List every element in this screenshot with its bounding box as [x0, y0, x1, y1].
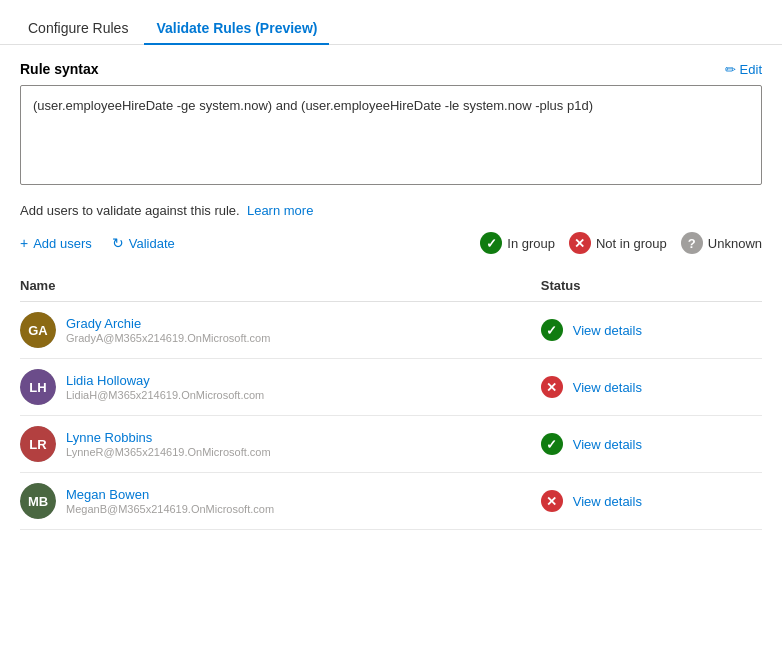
- user-info: Lidia Holloway LidiaH@M365x214619.OnMicr…: [66, 373, 264, 401]
- validate-section: Add users to validate against this rule.…: [20, 203, 762, 530]
- table-row: LR Lynne Robbins LynneR@M365x214619.OnMi…: [20, 416, 762, 473]
- status-check-icon: ✓: [541, 433, 563, 455]
- view-details-link[interactable]: View details: [573, 380, 642, 395]
- view-details-link[interactable]: View details: [573, 323, 642, 338]
- svg-text:LH: LH: [29, 380, 46, 395]
- add-users-button[interactable]: + Add users: [20, 235, 92, 251]
- user-status-cell: ✕ View details: [533, 359, 762, 416]
- user-email: LidiaH@M365x214619.OnMicrosoft.com: [66, 389, 264, 401]
- edit-label: Edit: [740, 62, 762, 77]
- rule-syntax-value: (user.employeeHireDate -ge system.now) a…: [33, 98, 593, 113]
- in-group-icon: ✓: [480, 232, 502, 254]
- main-content: Rule syntax ✏ Edit (user.employeeHireDat…: [0, 45, 782, 546]
- status-cell: ✓ View details: [533, 319, 754, 341]
- avatar: LR: [20, 426, 56, 462]
- edit-button[interactable]: ✏ Edit: [725, 62, 762, 77]
- user-status-cell: ✓ View details: [533, 302, 762, 359]
- user-status-cell: ✕ View details: [533, 473, 762, 530]
- user-info: Lynne Robbins LynneR@M365x214619.OnMicro…: [66, 430, 271, 458]
- avatar: GA: [20, 312, 56, 348]
- legend-not-in-group: ✕ Not in group: [569, 232, 667, 254]
- user-email: LynneR@M365x214619.OnMicrosoft.com: [66, 446, 271, 458]
- unknown-label: Unknown: [708, 236, 762, 251]
- validate-label: Validate: [129, 236, 175, 251]
- user-name-cell: GA Grady Archie GradyA@M365x214619.OnMic…: [20, 302, 533, 359]
- legend-in-group: ✓ In group: [480, 232, 555, 254]
- table-row: LH Lidia Holloway LidiaH@M365x214619.OnM…: [20, 359, 762, 416]
- status-x-icon: ✕: [541, 376, 563, 398]
- view-details-link[interactable]: View details: [573, 494, 642, 509]
- users-table: Name Status GA Grady Archie GradyA@M365x…: [20, 270, 762, 530]
- tab-validate[interactable]: Validate Rules (Preview): [144, 12, 329, 44]
- svg-text:LR: LR: [29, 437, 47, 452]
- validate-toolbar: + Add users ↻ Validate ✓ In group ✕ Not …: [20, 232, 762, 254]
- toolbar-left: + Add users ↻ Validate: [20, 235, 175, 251]
- view-details-link[interactable]: View details: [573, 437, 642, 452]
- svg-text:MB: MB: [28, 494, 48, 509]
- user-name-link[interactable]: Grady Archie: [66, 316, 270, 331]
- not-in-group-label: Not in group: [596, 236, 667, 251]
- table-header-row: Name Status: [20, 270, 762, 302]
- validate-description: Add users to validate against this rule.…: [20, 203, 762, 218]
- legend: ✓ In group ✕ Not in group ? Unknown: [480, 232, 762, 254]
- user-cell: MB Megan Bowen MeganB@M365x214619.OnMicr…: [20, 483, 525, 519]
- not-in-group-icon: ✕: [569, 232, 591, 254]
- svg-text:GA: GA: [28, 323, 48, 338]
- avatar: LH: [20, 369, 56, 405]
- legend-unknown: ? Unknown: [681, 232, 762, 254]
- user-name-link[interactable]: Lidia Holloway: [66, 373, 264, 388]
- refresh-icon: ↻: [112, 235, 124, 251]
- col-name: Name: [20, 270, 533, 302]
- user-cell: LH Lidia Holloway LidiaH@M365x214619.OnM…: [20, 369, 525, 405]
- rule-syntax-title: Rule syntax: [20, 61, 99, 77]
- user-name-cell: LH Lidia Holloway LidiaH@M365x214619.OnM…: [20, 359, 533, 416]
- table-row: MB Megan Bowen MeganB@M365x214619.OnMicr…: [20, 473, 762, 530]
- user-name-cell: LR Lynne Robbins LynneR@M365x214619.OnMi…: [20, 416, 533, 473]
- add-users-label: Add users: [33, 236, 92, 251]
- in-group-label: In group: [507, 236, 555, 251]
- user-info: Grady Archie GradyA@M365x214619.OnMicros…: [66, 316, 270, 344]
- rule-syntax-header: Rule syntax ✏ Edit: [20, 61, 762, 77]
- status-cell: ✓ View details: [533, 433, 754, 455]
- user-info: Megan Bowen MeganB@M365x214619.OnMicroso…: [66, 487, 274, 515]
- add-icon: +: [20, 235, 28, 251]
- validate-desc-text: Add users to validate against this rule.: [20, 203, 240, 218]
- validate-button[interactable]: ↻ Validate: [112, 235, 175, 251]
- user-name-cell: MB Megan Bowen MeganB@M365x214619.OnMicr…: [20, 473, 533, 530]
- user-email: MeganB@M365x214619.OnMicrosoft.com: [66, 503, 274, 515]
- avatar: MB: [20, 483, 56, 519]
- user-cell: GA Grady Archie GradyA@M365x214619.OnMic…: [20, 312, 525, 348]
- user-cell: LR Lynne Robbins LynneR@M365x214619.OnMi…: [20, 426, 525, 462]
- user-name-link[interactable]: Lynne Robbins: [66, 430, 271, 445]
- status-cell: ✕ View details: [533, 490, 754, 512]
- user-name-link[interactable]: Megan Bowen: [66, 487, 274, 502]
- tab-bar: Configure Rules Validate Rules (Preview): [0, 0, 782, 45]
- rule-syntax-box: (user.employeeHireDate -ge system.now) a…: [20, 85, 762, 185]
- status-cell: ✕ View details: [533, 376, 754, 398]
- status-check-icon: ✓: [541, 319, 563, 341]
- table-row: GA Grady Archie GradyA@M365x214619.OnMic…: [20, 302, 762, 359]
- col-status: Status: [533, 270, 762, 302]
- tab-configure[interactable]: Configure Rules: [16, 12, 140, 44]
- unknown-icon: ?: [681, 232, 703, 254]
- learn-more-link[interactable]: Learn more: [247, 203, 313, 218]
- status-x-icon: ✕: [541, 490, 563, 512]
- edit-icon: ✏: [725, 62, 736, 77]
- user-email: GradyA@M365x214619.OnMicrosoft.com: [66, 332, 270, 344]
- user-status-cell: ✓ View details: [533, 416, 762, 473]
